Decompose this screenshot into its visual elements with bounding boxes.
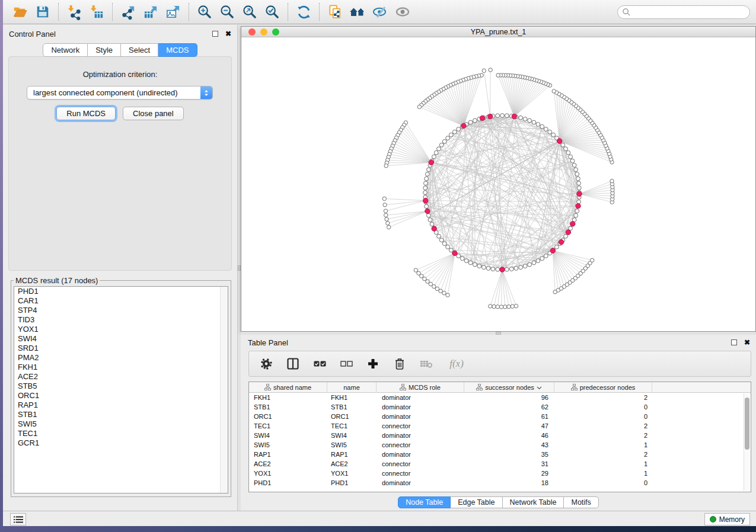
table-row[interactable]: SWI4SWI4dominator462 [249,431,751,440]
column-header-name[interactable]: name [327,382,377,393]
ring-node[interactable] [457,127,461,132]
satellite-node[interactable] [442,291,446,295]
search-input[interactable] [617,5,750,19]
mcds-list-scrollbar[interactable] [220,287,228,493]
ring-node[interactable] [442,139,446,143]
zoom-selected-button[interactable] [261,2,283,22]
mcds-hub-node[interactable] [488,114,493,118]
ring-node[interactable] [464,259,468,263]
close-panel-icon[interactable]: ✖ [225,31,231,37]
unselect-all-button[interactable] [339,357,353,371]
ring-node[interactable] [428,218,432,222]
ring-node[interactable] [496,114,500,118]
ring-node[interactable] [442,242,446,246]
satellite-node[interactable] [383,203,387,207]
ring-node[interactable] [505,114,509,118]
satellite-node[interactable] [489,305,492,308]
ring-node[interactable] [519,265,523,270]
ring-node[interactable] [536,259,540,263]
float-panel-icon[interactable] [212,31,218,37]
ring-node[interactable] [528,262,532,267]
ring-node[interactable] [519,116,523,120]
close-panel-icon[interactable]: ✖ [744,339,750,345]
ring-node[interactable] [575,172,579,177]
ring-node[interactable] [575,209,579,213]
ring-node[interactable] [540,124,544,129]
mcds-hub-node[interactable] [512,114,516,118]
clone-network-button[interactable] [324,2,346,22]
column-header-MCDS-role[interactable]: MCDS role [377,382,464,393]
mcds-hub-node[interactable] [559,239,563,244]
ring-node[interactable] [555,245,559,249]
satellite-node[interactable] [511,305,514,308]
mcds-result-item[interactable]: RAP1 [14,400,228,410]
ring-node[interactable] [468,120,473,124]
satellite-node[interactable] [426,280,429,283]
ring-node[interactable] [569,155,573,159]
table-row[interactable]: PHD1PHD1dominator180 [249,478,751,488]
import-table-button[interactable] [85,2,108,22]
ring-node[interactable] [496,267,500,271]
mcds-result-item[interactable]: STB1 [14,410,228,419]
network-canvas[interactable] [241,37,755,332]
ring-node[interactable] [523,264,527,268]
satellite-node[interactable] [507,305,511,309]
column-header-predecessor-nodes[interactable]: predecessor nodes [554,382,652,393]
ring-node[interactable] [509,267,513,271]
table-tab-node-table[interactable]: Node Table [398,496,451,508]
satellite-node[interactable] [386,222,390,225]
mcds-result-item[interactable]: ORC1 [14,391,228,400]
mcds-result-item[interactable]: SWI4 [14,334,228,344]
ring-node[interactable] [528,118,532,123]
table-row[interactable]: TEC1TEC1connector472 [249,421,751,431]
hide-selected-button[interactable] [369,2,391,22]
table-row[interactable]: YOX1YOX1connector291 [249,469,751,478]
ring-node[interactable] [434,150,438,155]
ring-node[interactable] [430,222,434,226]
ring-node[interactable] [551,133,556,137]
satellite-node[interactable] [591,258,594,262]
table-scrollbar[interactable] [744,393,750,491]
satellite-node[interactable] [439,289,442,293]
zoom-in-button[interactable] [193,2,216,22]
table-row[interactable]: FKH1FKH1dominator962 [249,393,751,402]
tab-mcds[interactable]: MCDS [158,43,197,57]
mcds-hub-node[interactable] [429,160,433,165]
satellite-node[interactable] [432,284,436,288]
ring-node[interactable] [425,172,429,177]
mcds-hub-node[interactable] [425,209,430,213]
satellite-node[interactable] [384,213,388,217]
satellite-node[interactable] [435,287,439,290]
ring-node[interactable] [449,133,453,137]
satellite-node[interactable] [499,305,503,309]
open-file-button[interactable] [9,2,31,22]
ring-node[interactable] [564,234,568,238]
ring-node[interactable] [425,177,429,181]
table-row[interactable]: RAP1RAP1dominator352 [249,450,751,459]
mcds-result-item[interactable]: FKH1 [14,363,228,372]
satellite-node[interactable] [387,225,391,229]
zoom-fit-button[interactable] [238,2,261,22]
mcds-hub-node[interactable] [576,203,580,208]
criterion-dropdown[interactable]: largest connected component (undirected) [27,86,213,100]
ring-node[interactable] [439,238,444,242]
mcds-result-item[interactable]: STB5 [14,382,228,391]
table-row[interactable]: ACE2ACE2connector311 [249,459,751,469]
ring-node[interactable] [427,213,431,217]
satellite-node[interactable] [384,209,387,213]
mcds-result-item[interactable]: PMA2 [14,353,228,363]
ring-node[interactable] [540,257,544,261]
ring-node[interactable] [523,117,527,121]
satellite-node[interactable] [496,305,499,309]
mcds-result-item[interactable]: SRD1 [14,344,228,353]
close-window-dot[interactable] [248,28,256,36]
tab-style[interactable]: Style [88,43,121,57]
mcds-hub-node[interactable] [557,139,562,143]
select-all-button[interactable] [312,357,327,371]
run-mcds-button[interactable]: Run MCDS [56,107,116,120]
mcds-hub-node[interactable] [500,267,505,272]
ring-node[interactable] [544,127,548,132]
table-row[interactable]: ORC1ORC1dominator610 [249,412,751,421]
show-all-button[interactable] [391,2,414,22]
table-tab-motifs[interactable]: Motifs [564,496,598,508]
